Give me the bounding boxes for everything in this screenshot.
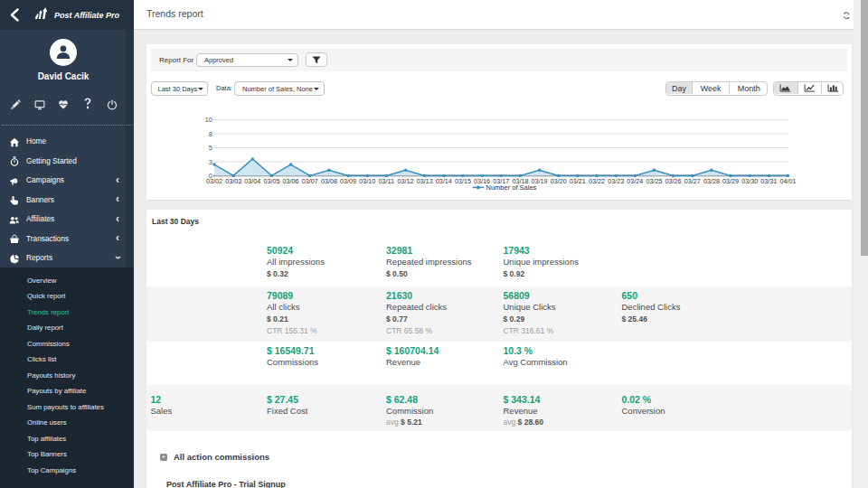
svg-text:03/26: 03/26 bbox=[665, 177, 682, 185]
svg-text:03/25: 03/25 bbox=[646, 177, 662, 185]
svg-text:03/27: 03/27 bbox=[684, 177, 701, 185]
svg-text:03/03: 03/03 bbox=[225, 177, 241, 185]
svg-text:3: 3 bbox=[209, 158, 212, 166]
svg-text:03/24: 03/24 bbox=[627, 177, 643, 185]
svg-text:03/14: 03/14 bbox=[436, 177, 452, 185]
svg-text:03/11: 03/11 bbox=[379, 177, 394, 185]
svg-text:5: 5 bbox=[209, 144, 212, 152]
svg-text:03/13: 03/13 bbox=[417, 177, 433, 185]
svg-text:04/01: 04/01 bbox=[780, 177, 797, 185]
svg-text:Number of Sales: Number of Sales bbox=[486, 183, 537, 192]
svg-text:03/07: 03/07 bbox=[302, 177, 318, 185]
svg-text:03/20: 03/20 bbox=[551, 177, 567, 185]
svg-text:03/15: 03/15 bbox=[455, 177, 471, 185]
svg-text:03/04: 03/04 bbox=[244, 177, 260, 185]
svg-text:03/12: 03/12 bbox=[398, 177, 414, 185]
svg-text:03/30: 03/30 bbox=[741, 177, 758, 185]
svg-text:03/02: 03/02 bbox=[206, 177, 222, 185]
svg-text:03/05: 03/05 bbox=[263, 177, 279, 185]
svg-text:03/28: 03/28 bbox=[703, 177, 720, 185]
svg-text:10: 10 bbox=[205, 116, 212, 124]
svg-text:03/09: 03/09 bbox=[340, 177, 356, 185]
svg-text:03/21: 03/21 bbox=[570, 177, 586, 185]
svg-text:03/22: 03/22 bbox=[589, 177, 605, 185]
svg-text:03/29: 03/29 bbox=[722, 177, 739, 185]
svg-text:03/23: 03/23 bbox=[608, 177, 624, 185]
svg-text:03/08: 03/08 bbox=[321, 177, 337, 185]
svg-text:03/31: 03/31 bbox=[760, 177, 777, 185]
svg-text:8: 8 bbox=[209, 130, 212, 138]
svg-text:03/06: 03/06 bbox=[283, 177, 299, 185]
svg-text:03/10: 03/10 bbox=[359, 177, 375, 185]
